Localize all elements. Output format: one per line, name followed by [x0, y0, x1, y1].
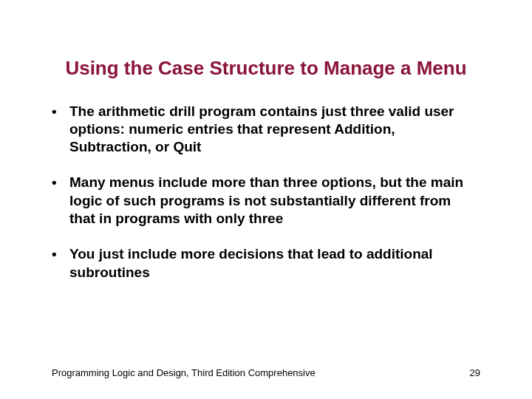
page-number: 29: [470, 367, 480, 378]
list-item: You just include more decisions that lea…: [52, 245, 480, 282]
footer-source: Programming Logic and Design, Third Edit…: [52, 367, 316, 378]
list-item: Many menus include more than three optio…: [52, 174, 480, 228]
bullet-list: The arithmetic drill program contains ju…: [0, 81, 532, 282]
slide-title: Using the Case Structure to Manage a Men…: [0, 0, 532, 81]
footer: Programming Logic and Design, Third Edit…: [0, 367, 532, 378]
list-item: The arithmetic drill program contains ju…: [52, 103, 480, 157]
slide: Using the Case Structure to Manage a Men…: [0, 0, 532, 399]
